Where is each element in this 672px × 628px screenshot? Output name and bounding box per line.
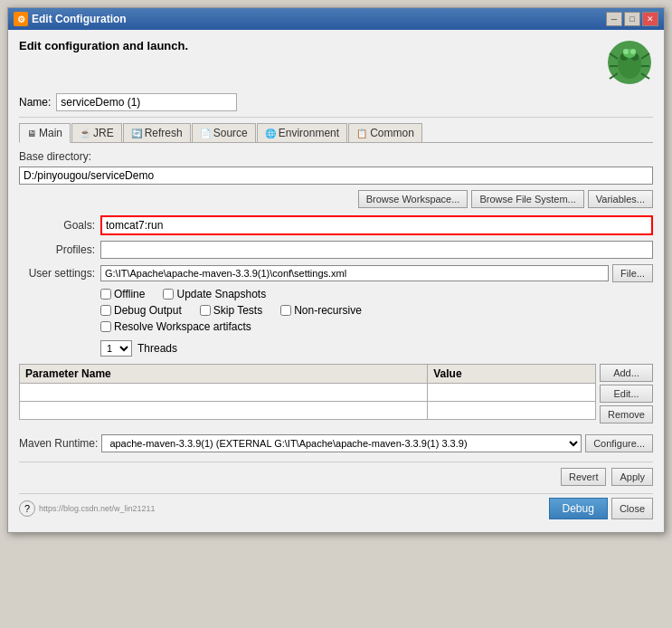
tab-refresh[interactable]: 🔄 Refresh	[123, 123, 191, 142]
debug-output-label: Debug Output	[114, 304, 182, 317]
close-window-button[interactable]: ✕	[642, 12, 658, 26]
title-bar-left: ⚙ Edit Configuration	[14, 12, 127, 26]
tab-main[interactable]: 🖥 Main	[19, 123, 71, 143]
window-title: Edit Configuration	[32, 13, 127, 25]
source-tab-icon: 📄	[200, 128, 211, 138]
header-area: Edit configuration and launch.	[19, 39, 653, 86]
threads-select[interactable]: 1 2 4	[100, 340, 132, 357]
base-dir-input[interactable]	[19, 167, 653, 185]
env-tab-icon: 🌐	[265, 128, 276, 138]
variables-button[interactable]: Variables...	[588, 190, 653, 208]
header-description: Edit configuration and launch.	[19, 39, 188, 52]
profiles-input[interactable]	[100, 241, 653, 259]
jre-tab-icon: ☕	[80, 128, 90, 138]
apply-button[interactable]: Apply	[611, 468, 653, 486]
resolve-workspace-checkbox[interactable]	[100, 321, 111, 332]
common-tab-icon: 📋	[356, 128, 367, 138]
profiles-label: Profiles:	[19, 243, 100, 256]
table-cell-empty-2	[428, 384, 596, 402]
non-recursive-label: Non-recursive	[294, 304, 362, 317]
table-wrapper: Parameter Name Value	[19, 364, 596, 427]
tab-environment[interactable]: 🌐 Environment	[257, 123, 347, 142]
footer-left: ? https://blog.csdn.net/w_lin21211	[19, 500, 156, 517]
debug-button[interactable]: Debug	[549, 498, 608, 519]
check-row-1: Offline Update Snapshots	[100, 288, 653, 300]
skip-tests-checkbox[interactable]	[200, 305, 211, 316]
user-settings-input[interactable]	[100, 265, 609, 281]
update-snapshots-checkbox-item: Update Snapshots	[163, 288, 266, 300]
check-row-2: Debug Output Skip Tests Non-recursive	[100, 304, 653, 317]
maven-runtime-label: Maven Runtime:	[19, 437, 98, 450]
goals-row: Goals:	[19, 215, 653, 235]
param-table-section: Parameter Name Value	[19, 364, 653, 427]
footer: ? https://blog.csdn.net/w_lin21211 Debug…	[19, 493, 653, 523]
goals-input[interactable]	[100, 215, 653, 235]
offline-checkbox[interactable]	[100, 289, 111, 300]
source-tab-label: Source	[213, 127, 248, 139]
minimize-button[interactable]: ─	[606, 12, 622, 26]
skip-tests-label: Skip Tests	[213, 304, 262, 317]
svg-point-11	[623, 49, 629, 54]
tab-source[interactable]: 📄 Source	[192, 123, 256, 142]
main-window: ⚙ Edit Configuration ─ □ ✕ Edit configur…	[7, 7, 665, 533]
dir-button-row: Browse Workspace... Browse File System..…	[19, 190, 653, 208]
browse-file-system-button[interactable]: Browse File System...	[471, 190, 583, 208]
table-row-empty	[20, 384, 596, 402]
window-icon: ⚙	[14, 12, 28, 26]
watermark-text: https://blog.csdn.net/w_lin21211	[39, 504, 156, 513]
offline-checkbox-item: Offline	[100, 288, 145, 300]
resolve-workspace-checkbox-item: Resolve Workspace artifacts	[100, 320, 251, 333]
file-button[interactable]: File...	[612, 264, 653, 282]
tab-jre[interactable]: ☕ JRE	[71, 123, 122, 142]
skip-tests-checkbox-item: Skip Tests	[200, 304, 262, 317]
remove-button[interactable]: Remove	[600, 405, 653, 423]
tab-common[interactable]: 📋 Common	[348, 123, 422, 142]
dir-row	[19, 167, 653, 185]
update-snapshots-checkbox[interactable]	[163, 289, 174, 300]
threads-row: 1 2 4 Threads	[100, 340, 653, 357]
title-bar: ⚙ Edit Configuration ─ □ ✕	[8, 8, 664, 30]
refresh-tab-label: Refresh	[145, 127, 183, 139]
bottom-buttons: Revert Apply	[19, 468, 653, 486]
revert-button[interactable]: Revert	[561, 468, 606, 486]
col-value: Value	[428, 365, 596, 384]
threads-label: Threads	[137, 342, 177, 355]
edit-button[interactable]: Edit...	[600, 385, 653, 403]
maven-runtime-select[interactable]: apache-maven-3.3.9(1) (EXTERNAL G:\IT\Ap…	[101, 434, 582, 452]
name-label: Name:	[19, 96, 51, 109]
env-tab-label: Environment	[279, 127, 339, 139]
refresh-tab-icon: 🔄	[131, 128, 142, 138]
table-buttons: Add... Edit... Remove	[600, 364, 653, 427]
user-settings-row: User settings: File...	[19, 264, 653, 282]
goals-label: Goals:	[19, 219, 100, 232]
user-settings-label: User settings:	[19, 267, 100, 280]
debug-output-checkbox[interactable]	[100, 305, 111, 316]
svg-point-12	[630, 49, 636, 54]
add-button[interactable]: Add...	[600, 364, 653, 382]
checkboxes-area: Offline Update Snapshots Debug Output Sk…	[100, 288, 653, 333]
bug-icon	[606, 39, 653, 86]
divider-1	[19, 117, 653, 118]
help-button[interactable]: ?	[19, 500, 35, 517]
table-cell-empty-4	[428, 402, 596, 420]
jre-tab-label: JRE	[93, 127, 114, 139]
param-table: Parameter Name Value	[19, 364, 596, 420]
non-recursive-checkbox[interactable]	[280, 305, 291, 316]
browse-workspace-button[interactable]: Browse Workspace...	[358, 190, 469, 208]
maven-runtime-row: Maven Runtime: apache-maven-3.3.9(1) (EX…	[19, 434, 653, 452]
col-param-name: Parameter Name	[20, 365, 428, 384]
debug-output-checkbox-item: Debug Output	[100, 304, 182, 317]
title-bar-controls: ─ □ ✕	[606, 12, 658, 26]
non-recursive-checkbox-item: Non-recursive	[280, 304, 362, 317]
base-dir-label: Base directory:	[19, 150, 653, 163]
main-tab-icon: 🖥	[27, 128, 36, 138]
close-button[interactable]: Close	[611, 498, 653, 519]
update-snapshots-label: Update Snapshots	[176, 288, 266, 300]
dialog-content: Edit configuration and launch. Name:	[8, 30, 664, 532]
offline-label: Offline	[114, 288, 145, 300]
maximize-button[interactable]: □	[624, 12, 640, 26]
table-cell-empty-3	[20, 402, 428, 420]
configure-button[interactable]: Configure...	[585, 434, 653, 452]
profiles-row: Profiles:	[19, 241, 653, 259]
name-input[interactable]	[56, 93, 237, 111]
